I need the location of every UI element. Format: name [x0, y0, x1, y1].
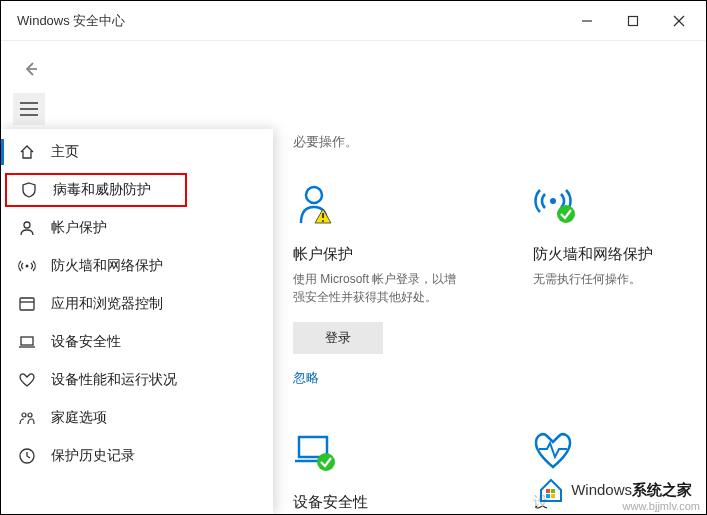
svg-rect-26	[551, 489, 555, 493]
svg-rect-1	[629, 16, 638, 25]
close-button[interactable]	[656, 5, 702, 37]
sidebar-item-performance[interactable]: 设备性能和运行状况	[1, 361, 273, 399]
main-content: 必要操作。 帐户保护 使用 Microsoft 帐户登录，以增强安全性并获得其他…	[273, 129, 706, 514]
svg-point-24	[317, 453, 335, 471]
hamburger-button[interactable]	[13, 93, 45, 125]
sidebar-item-virus[interactable]: 病毒和威胁防护	[5, 173, 187, 207]
card-desc: 无需执行任何操作。	[533, 270, 703, 306]
svg-point-9	[26, 265, 29, 268]
svg-point-20	[550, 198, 556, 204]
sidebar-item-label: 设备性能和运行状况	[51, 371, 177, 389]
svg-point-14	[22, 413, 26, 417]
window-controls	[564, 5, 702, 37]
sidebar-item-label: 保护历史记录	[51, 447, 135, 465]
sidebar: 主页 病毒和威胁防护 帐户保护 防火墙和网络保护	[1, 129, 273, 514]
person-icon	[17, 218, 37, 238]
sidebar-item-label: 防火墙和网络保护	[51, 257, 163, 275]
status-hint: 必要操作。	[293, 133, 706, 151]
svg-point-21	[557, 205, 575, 223]
house-icon	[537, 476, 565, 504]
maximize-button[interactable]	[610, 5, 656, 37]
card-title: 帐户保护	[293, 245, 463, 264]
home-icon	[17, 142, 37, 162]
card-account-protection[interactable]: 帐户保护 使用 Microsoft 帐户登录，以增强安全性并获得其他好处。 登录…	[293, 179, 463, 387]
back-button[interactable]	[19, 57, 43, 81]
sidebar-item-home[interactable]: 主页	[1, 133, 273, 171]
heart-pulse-icon	[533, 427, 703, 475]
svg-point-19	[322, 220, 324, 222]
card-desc: 使用 Microsoft 帐户登录，以增强安全性并获得其他好处。	[293, 270, 463, 306]
sidebar-item-account[interactable]: 帐户保护	[1, 209, 273, 247]
shield-icon	[19, 180, 39, 200]
app-icon	[17, 294, 37, 314]
sidebar-item-family[interactable]: 家庭选项	[1, 399, 273, 437]
security-cards: 帐户保护 使用 Microsoft 帐户登录，以增强安全性并获得其他好处。 登录…	[293, 179, 706, 514]
sidebar-item-label: 主页	[51, 143, 79, 161]
sidebar-item-firewall[interactable]: 防火墙和网络保护	[1, 247, 273, 285]
svg-point-15	[28, 413, 32, 417]
laptop-check-icon	[293, 427, 463, 475]
svg-rect-28	[551, 494, 555, 498]
heart-icon	[17, 370, 37, 390]
back-row	[1, 49, 706, 89]
sidebar-item-app-browser[interactable]: 应用和浏览器控制	[1, 285, 273, 323]
signal-icon	[17, 256, 37, 276]
svg-rect-10	[20, 298, 34, 310]
dismiss-link[interactable]: 忽略	[293, 370, 319, 385]
watermark-url: www.bjjmlv.com	[623, 500, 700, 512]
svg-point-17	[306, 187, 322, 203]
person-warning-icon	[293, 179, 463, 227]
login-button[interactable]: 登录	[293, 322, 383, 354]
card-title: 设备安全性	[293, 493, 463, 512]
sidebar-item-label: 帐户保护	[51, 219, 107, 237]
sidebar-item-device-security[interactable]: 设备安全性	[1, 323, 273, 361]
sidebar-item-label: 家庭选项	[51, 409, 107, 427]
minimize-button[interactable]	[564, 5, 610, 37]
svg-rect-12	[21, 337, 33, 345]
signal-check-icon	[533, 179, 703, 227]
laptop-icon	[17, 332, 37, 352]
card-device-security[interactable]: 设备安全性	[293, 427, 463, 514]
sidebar-item-history[interactable]: 保护历史记录	[1, 437, 273, 475]
watermark-brand: Windows系统之家	[571, 481, 692, 500]
family-icon	[17, 408, 37, 428]
svg-rect-25	[546, 489, 550, 493]
card-firewall[interactable]: 防火墙和网络保护 无需执行任何操作。	[533, 179, 703, 387]
window-title: Windows 安全中心	[13, 12, 564, 30]
sidebar-item-label: 病毒和威胁防护	[53, 181, 151, 199]
card-title: 防火墙和网络保护	[533, 245, 703, 264]
titlebar: Windows 安全中心	[1, 1, 706, 41]
sidebar-item-label: 应用和浏览器控制	[51, 295, 163, 313]
sidebar-item-label: 设备安全性	[51, 333, 121, 351]
history-icon	[17, 446, 37, 466]
hamburger-row	[1, 89, 706, 129]
svg-rect-27	[546, 494, 550, 498]
svg-point-8	[24, 222, 30, 228]
